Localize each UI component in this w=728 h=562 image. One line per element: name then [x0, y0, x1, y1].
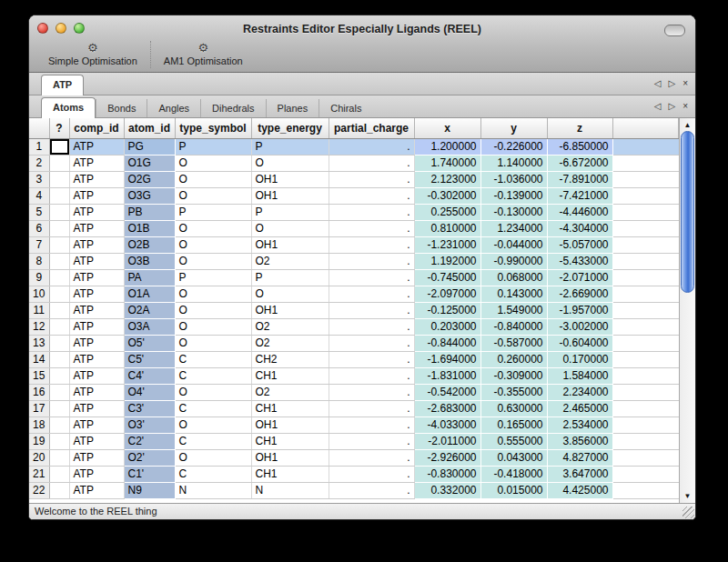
- cell-atom-id[interactable]: C3': [124, 401, 175, 417]
- row-number[interactable]: 15: [29, 368, 49, 385]
- cell-comp-id[interactable]: ATP: [69, 221, 124, 237]
- cell-type-symbol[interactable]: C: [175, 401, 251, 417]
- cell-z[interactable]: 4.425000: [547, 483, 612, 499]
- next-tab-icon[interactable]: ▷: [668, 102, 675, 111]
- cell-z[interactable]: -4.446000: [547, 205, 612, 221]
- table-row[interactable]: 3ATPO2GOOH1.2.123000-1.036000-7.891000: [29, 172, 679, 188]
- cell-type-energy[interactable]: OH1: [251, 450, 329, 467]
- cell-z[interactable]: -2.669000: [547, 286, 612, 303]
- cell-y[interactable]: 1.234000: [480, 221, 547, 237]
- cell-partial-charge[interactable]: .: [329, 254, 414, 270]
- cell-type-symbol[interactable]: O: [175, 417, 251, 434]
- cell-atom-id[interactable]: O3G: [124, 188, 175, 205]
- cell-type-energy[interactable]: O: [251, 286, 329, 303]
- cell-type-symbol[interactable]: O: [175, 156, 251, 172]
- row-number[interactable]: 8: [29, 254, 49, 270]
- table-row[interactable]: 18ATPO3'OOH1.-4.0330000.1650002.534000: [29, 417, 679, 434]
- cell-y[interactable]: 0.068000: [480, 270, 547, 286]
- question-cell[interactable]: [49, 336, 69, 352]
- question-cell[interactable]: [49, 352, 69, 368]
- row-number[interactable]: 7: [29, 237, 49, 254]
- row-number[interactable]: 12: [29, 319, 49, 336]
- row-number[interactable]: 10: [29, 286, 49, 303]
- col-header-comp-id[interactable]: comp_id: [69, 118, 124, 139]
- cell-type-symbol[interactable]: O: [175, 450, 251, 467]
- cell-y[interactable]: 0.143000: [480, 286, 547, 303]
- cell-y[interactable]: -0.226000: [480, 139, 547, 156]
- cell-atom-id[interactable]: PB: [124, 205, 175, 221]
- cell-atom-id[interactable]: C1': [124, 467, 175, 483]
- table-row[interactable]: 17ATPC3'CCH1.-2.6830000.6300002.465000: [29, 401, 679, 417]
- cell-x[interactable]: -1.694000: [414, 352, 480, 368]
- cell-type-symbol[interactable]: O: [175, 172, 251, 188]
- question-cell[interactable]: [49, 450, 69, 467]
- row-number[interactable]: 14: [29, 352, 49, 368]
- cell-partial-charge[interactable]: .: [329, 156, 414, 172]
- tab-bonds[interactable]: Bonds: [96, 99, 147, 117]
- cell-z[interactable]: 4.827000: [547, 450, 612, 467]
- cell-type-energy[interactable]: OH1: [251, 237, 329, 254]
- row-number[interactable]: 6: [29, 221, 49, 237]
- cell-partial-charge[interactable]: .: [329, 188, 414, 205]
- cell-type-energy[interactable]: O: [251, 221, 329, 237]
- cell-partial-charge[interactable]: .: [329, 467, 414, 483]
- table-row[interactable]: 20ATPO2'OOH1.-2.9260000.0430004.827000: [29, 450, 679, 467]
- cell-atom-id[interactable]: PA: [124, 270, 175, 286]
- question-cell[interactable]: [49, 434, 69, 450]
- cell-x[interactable]: -0.125000: [414, 303, 480, 319]
- table-row[interactable]: 1ATPPGPP.1.200000-0.226000-6.850000: [29, 139, 679, 156]
- cell-y[interactable]: -0.587000: [480, 336, 547, 352]
- col-header-x[interactable]: x: [414, 118, 480, 139]
- cell-type-energy[interactable]: O2: [251, 336, 329, 352]
- row-number[interactable]: 17: [29, 401, 49, 417]
- cell-type-energy[interactable]: OH1: [251, 303, 329, 319]
- table-row[interactable]: 16ATPO4'OO2.-0.542000-0.3550002.234000: [29, 385, 679, 401]
- cell-type-energy[interactable]: CH1: [251, 401, 329, 417]
- cell-x[interactable]: 0.332000: [414, 483, 480, 499]
- cell-type-symbol[interactable]: O: [175, 254, 251, 270]
- cell-z[interactable]: -6.672000: [547, 156, 612, 172]
- cell-y[interactable]: 0.555000: [480, 434, 547, 450]
- question-cell[interactable]: [49, 319, 69, 336]
- question-cell[interactable]: [49, 417, 69, 434]
- tab-dihedrals[interactable]: Dihedrals: [200, 99, 265, 117]
- cell-z[interactable]: -4.304000: [547, 221, 612, 237]
- row-number[interactable]: 2: [29, 156, 49, 172]
- cell-partial-charge[interactable]: .: [329, 237, 414, 254]
- cell-partial-charge[interactable]: .: [329, 221, 414, 237]
- cell-type-energy[interactable]: CH1: [251, 368, 329, 385]
- cell-z[interactable]: -5.433000: [547, 254, 612, 270]
- cell-comp-id[interactable]: ATP: [69, 336, 124, 352]
- cell-z[interactable]: 3.647000: [547, 467, 612, 483]
- question-cell[interactable]: [49, 401, 69, 417]
- col-header-rownum[interactable]: [29, 118, 49, 139]
- cell-type-energy[interactable]: OH1: [251, 417, 329, 434]
- cell-partial-charge[interactable]: .: [329, 319, 414, 336]
- row-number[interactable]: 13: [29, 336, 49, 352]
- row-number[interactable]: 20: [29, 450, 49, 467]
- cell-y[interactable]: -0.044000: [480, 237, 547, 254]
- cell-partial-charge[interactable]: .: [329, 483, 414, 499]
- col-header-partial-charge[interactable]: partial_charge: [329, 118, 414, 139]
- cell-type-symbol[interactable]: O: [175, 385, 251, 401]
- minimize-window-button[interactable]: [56, 23, 66, 34]
- cell-comp-id[interactable]: ATP: [69, 385, 124, 401]
- row-number[interactable]: 9: [29, 270, 49, 286]
- table-row[interactable]: 6ATPO1BOO.0.8100001.234000-4.304000: [29, 221, 679, 237]
- cell-comp-id[interactable]: ATP: [69, 467, 124, 483]
- tab-chirals[interactable]: Chirals: [318, 99, 372, 117]
- table-row[interactable]: 14ATPC5'CCH2.-1.6940000.2600000.170000: [29, 352, 679, 368]
- table-row[interactable]: 22ATPN9NN.0.3320000.0150004.425000: [29, 483, 679, 499]
- table-row[interactable]: 4ATPO3GOOH1.-0.302000-0.139000-7.421000: [29, 188, 679, 205]
- question-cell[interactable]: [49, 483, 69, 499]
- cell-atom-id[interactable]: O4': [124, 385, 175, 401]
- cell-type-symbol[interactable]: O: [175, 286, 251, 303]
- cell-y[interactable]: 1.140000: [480, 156, 547, 172]
- cell-type-energy[interactable]: P: [251, 270, 329, 286]
- cell-atom-id[interactable]: O3B: [124, 254, 175, 270]
- cell-x[interactable]: -2.011000: [414, 434, 480, 450]
- cell-type-symbol[interactable]: C: [175, 368, 251, 385]
- cell-atom-id[interactable]: O3': [124, 417, 175, 434]
- cell-comp-id[interactable]: ATP: [69, 205, 124, 221]
- simple-optimisation-button[interactable]: ⚙ Simple Optimisation: [40, 41, 146, 66]
